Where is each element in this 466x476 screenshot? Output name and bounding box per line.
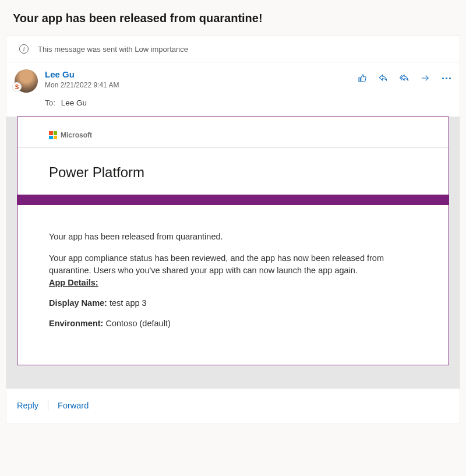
email-subject: Your app has been released from quaranti… (6, 6, 460, 36)
like-icon[interactable] (357, 73, 368, 83)
forward-icon[interactable] (420, 73, 430, 83)
recipients-line: To: Lee Gu (6, 95, 460, 117)
forward-button[interactable]: Forward (58, 401, 89, 410)
reply-button[interactable]: Reply (17, 401, 38, 410)
more-actions-icon[interactable] (441, 73, 451, 83)
info-icon: i (19, 44, 29, 54)
separator (48, 400, 48, 411)
body-line-1: Your app has been released from quaranti… (49, 231, 417, 243)
message-header: S Lee Gu Mon 2/21/2022 9:41 AM (6, 62, 460, 95)
email-body-wrapper: Microsoft Power Platform Your app has be… (6, 117, 460, 389)
environment-row: Environment: Contoso (default) (49, 318, 417, 330)
message-pane: i This message was sent with Low importa… (6, 36, 460, 424)
app-details-heading: App Details: (49, 278, 98, 287)
message-actions (357, 69, 451, 83)
email-body-content: Your app has been released from quaranti… (17, 205, 449, 365)
to-value: Lee Gu (61, 98, 87, 107)
presence-badge: S (12, 82, 22, 91)
display-name-value: test app 3 (110, 298, 147, 308)
accent-bar (17, 195, 449, 205)
avatar[interactable]: S (15, 69, 38, 93)
microsoft-logo-row: Microsoft (17, 117, 449, 148)
footer-actions: Reply Forward (6, 389, 460, 424)
email-body-card: Microsoft Power Platform Your app has be… (17, 117, 449, 365)
environment-label: Environment: (49, 319, 103, 328)
microsoft-logo-icon (49, 131, 57, 139)
reply-icon[interactable] (378, 73, 389, 83)
sender-name[interactable]: Lee Gu (45, 69, 350, 80)
importance-bar: i This message was sent with Low importa… (6, 36, 460, 62)
reply-all-icon[interactable] (399, 73, 409, 83)
sent-timestamp: Mon 2/21/2022 9:41 AM (45, 81, 350, 89)
microsoft-logo-text: Microsoft (61, 131, 92, 139)
importance-text: This message was sent with Low importanc… (38, 45, 188, 54)
display-name-row: Display Name: test app 3 (49, 297, 417, 309)
to-label: To: (45, 98, 55, 107)
display-name-label: Display Name: (49, 298, 107, 308)
body-line-2: Your app compliance status has been revi… (49, 252, 417, 277)
product-title: Power Platform (17, 148, 449, 195)
environment-value: Contoso (default) (105, 319, 170, 328)
